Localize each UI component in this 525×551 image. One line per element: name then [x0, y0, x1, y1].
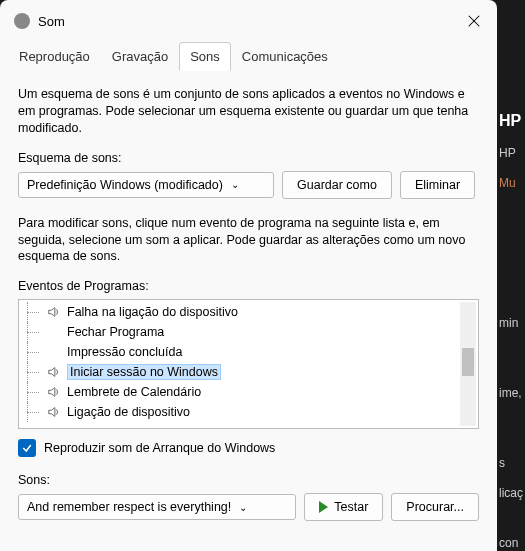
- sound-dropdown[interactable]: And remember respect is everything! ⌄: [18, 494, 296, 520]
- bg-mu: Mu: [497, 174, 525, 204]
- event-item[interactable]: Impressão concluída: [19, 342, 478, 362]
- window-title: Som: [38, 14, 465, 29]
- scheme-dropdown[interactable]: Predefinição Windows (modificado) ⌄: [18, 172, 274, 198]
- speaker-icon: [47, 345, 61, 359]
- event-item[interactable]: Ligação de dispositivo: [19, 402, 478, 422]
- background-panel: HP HP Mu min ime, s licaç con: [497, 0, 525, 551]
- program-events-list[interactable]: Falha na ligação do dispositivo Fechar P…: [18, 299, 479, 429]
- scrollbar[interactable]: [460, 302, 476, 426]
- bg-frag: con: [497, 534, 525, 551]
- event-label: Ligação de dispositivo: [67, 405, 190, 419]
- event-item[interactable]: Iniciar sessão no Windows: [19, 362, 478, 382]
- tab-comunicacoes[interactable]: Comunicações: [231, 42, 339, 71]
- speaker-icon: [47, 405, 61, 419]
- speaker-icon: [47, 325, 61, 339]
- speaker-icon: [47, 385, 61, 399]
- event-label: Impressão concluída: [67, 345, 182, 359]
- sound-icon: [14, 13, 30, 29]
- bg-frag: ime,: [497, 384, 525, 414]
- bg-title: HP: [497, 110, 525, 144]
- event-label: Iniciar sessão no Windows: [67, 364, 221, 380]
- chevron-down-icon: ⌄: [231, 179, 239, 190]
- scheme-label: Esquema de sons:: [18, 151, 479, 165]
- scheme-value: Predefinição Windows (modificado): [27, 178, 223, 192]
- event-item[interactable]: Lembrete de Calendário: [19, 382, 478, 402]
- speaker-icon: [47, 365, 61, 379]
- bg-frag: s: [497, 454, 525, 484]
- speaker-icon: [47, 305, 61, 319]
- test-label: Testar: [334, 500, 368, 514]
- scheme-description: Um esquema de sons é um conjunto de sons…: [18, 86, 479, 137]
- event-label: Fechar Programa: [67, 325, 164, 339]
- chevron-down-icon: ⌄: [239, 502, 247, 513]
- event-label: Lembrete de Calendário: [67, 385, 201, 399]
- tab-reproducao[interactable]: Reprodução: [8, 42, 101, 71]
- sound-dialog: Som Reprodução Gravação Sons Comunicaçõe…: [0, 0, 497, 551]
- tab-content: Um esquema de sons é um conjunto de sons…: [0, 72, 497, 535]
- scroll-thumb[interactable]: [462, 348, 474, 376]
- tab-gravacao[interactable]: Gravação: [101, 42, 179, 71]
- close-button[interactable]: [465, 12, 483, 30]
- sounds-label: Sons:: [18, 473, 479, 487]
- events-description: Para modificar sons, clique num evento d…: [18, 215, 479, 266]
- event-item[interactable]: Fechar Programa: [19, 322, 478, 342]
- check-icon: [21, 442, 33, 454]
- bg-frag: min: [497, 314, 525, 344]
- startup-sound-label: Reproduzir som de Arranque do Windows: [44, 441, 275, 455]
- test-button[interactable]: Testar: [304, 493, 383, 521]
- events-inner: Falha na ligação do dispositivo Fechar P…: [19, 300, 478, 424]
- bg-sub: HP: [497, 144, 525, 174]
- play-icon: [319, 501, 328, 513]
- event-item[interactable]: Falha na ligação do dispositivo: [19, 302, 478, 322]
- tab-bar: Reprodução Gravação Sons Comunicações: [0, 42, 497, 72]
- bg-frag: licaç: [497, 484, 525, 514]
- sound-value: And remember respect is everything!: [27, 500, 231, 514]
- browse-button[interactable]: Procurar...: [391, 493, 479, 521]
- startup-sound-checkbox[interactable]: [18, 439, 36, 457]
- save-as-button[interactable]: Guardar como: [282, 171, 392, 199]
- tab-sons[interactable]: Sons: [179, 42, 231, 71]
- titlebar: Som: [0, 0, 497, 42]
- close-icon: [467, 14, 481, 28]
- event-label: Falha na ligação do dispositivo: [67, 305, 238, 319]
- delete-button[interactable]: Eliminar: [400, 171, 475, 199]
- events-label: Eventos de Programas:: [18, 279, 479, 293]
